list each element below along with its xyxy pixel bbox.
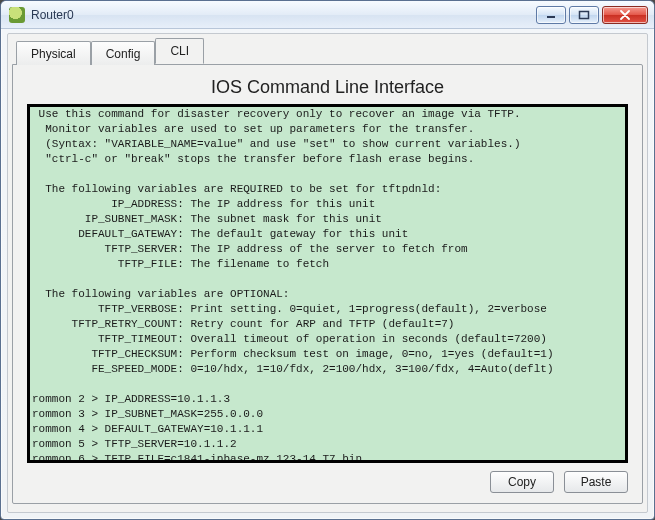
cli-terminal[interactable]: Use this command for disaster recovery o…: [30, 107, 625, 460]
tab-panel-cli: IOS Command Line Interface Use this comm…: [12, 64, 643, 504]
window-title: Router0: [31, 8, 74, 22]
close-icon: [619, 10, 631, 20]
terminal-frame: Use this command for disaster recovery o…: [27, 104, 628, 463]
tab-cli[interactable]: CLI: [155, 38, 204, 64]
tab-physical[interactable]: Physical: [16, 41, 91, 65]
app-icon: [9, 7, 25, 23]
maximize-button[interactable]: [569, 6, 599, 24]
window-controls: [533, 6, 648, 24]
tab-config[interactable]: Config: [91, 41, 156, 65]
copy-button[interactable]: Copy: [490, 471, 554, 493]
button-row: Copy Paste: [27, 471, 628, 493]
minimize-icon: [545, 10, 557, 20]
svg-rect-1: [580, 11, 589, 18]
panel-title: IOS Command Line Interface: [27, 77, 628, 98]
app-window: Router0 Physical Config CLI IOS Command …: [0, 0, 655, 520]
svg-rect-0: [547, 16, 555, 18]
close-button[interactable]: [602, 6, 648, 24]
paste-button[interactable]: Paste: [564, 471, 628, 493]
maximize-icon: [578, 10, 590, 20]
minimize-button[interactable]: [536, 6, 566, 24]
client-area: Physical Config CLI IOS Command Line Int…: [7, 33, 648, 513]
tabstrip: Physical Config CLI: [12, 38, 643, 64]
titlebar[interactable]: Router0: [1, 1, 654, 29]
